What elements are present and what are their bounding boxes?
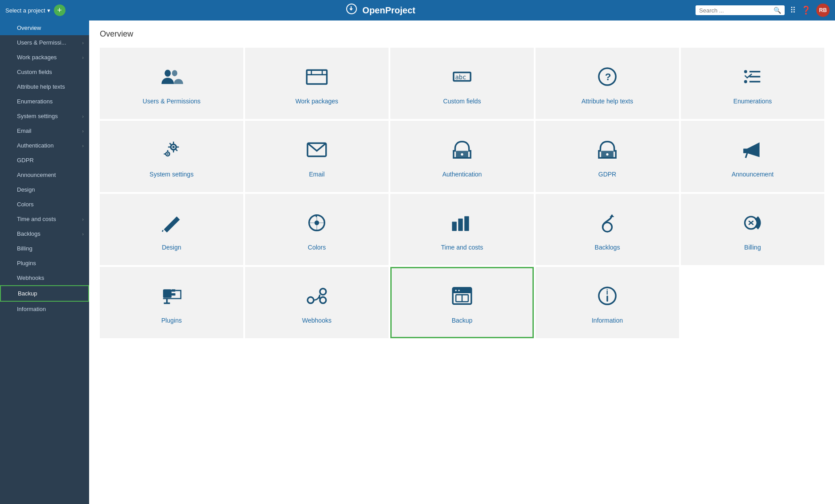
avatar[interactable]: RB	[816, 4, 830, 17]
search-input[interactable]	[699, 7, 771, 14]
tile-billing[interactable]: Billing	[681, 194, 824, 265]
tile-design[interactable]: Design	[100, 194, 243, 265]
svg-point-29	[461, 153, 463, 155]
sidebar-item-announcement[interactable]: Announcement	[0, 168, 89, 182]
authentication-tile-icon	[450, 138, 474, 164]
sidebar-item-colors[interactable]: Colors	[0, 197, 89, 212]
svg-text:?: ?	[605, 71, 611, 82]
help-icon[interactable]: ❓	[801, 5, 811, 15]
search-box[interactable]: 🔍	[696, 5, 785, 15]
svg-point-57	[458, 290, 459, 291]
sidebar-item-email[interactable]: Email ›	[0, 123, 89, 138]
svg-point-1	[172, 70, 177, 76]
sidebar-item-authentication[interactable]: Authentication ›	[0, 138, 89, 153]
main-content: Overview Users & Permissions Work packag…	[89, 20, 835, 504]
svg-line-21	[170, 143, 171, 144]
chevron-down-icon: ▾	[47, 7, 50, 14]
tile-label-billing: Billing	[744, 244, 761, 251]
tile-custom-fields[interactable]: abc Custom fields	[390, 48, 534, 119]
svg-rect-44	[163, 289, 172, 298]
svg-rect-39	[452, 221, 456, 231]
tile-label-backup: Backup	[452, 317, 473, 324]
tile-system-settings[interactable]: System settings	[100, 121, 243, 192]
sidebar-item-label-colors: Colors	[17, 201, 84, 208]
sidebar-item-label-announcement: Announcement	[17, 172, 84, 178]
tile-users[interactable]: Users & Permissions	[100, 48, 243, 119]
tile-label-backlogs: Backlogs	[595, 244, 620, 251]
new-project-button[interactable]: +	[54, 4, 65, 16]
sidebar-arrow-system-settings: ›	[82, 114, 84, 119]
tile-gdpr[interactable]: GDPR	[536, 121, 679, 192]
email-tile-icon	[305, 138, 328, 164]
sidebar-item-attribute-help[interactable]: Attribute help texts	[0, 79, 89, 94]
svg-point-49	[307, 297, 314, 303]
sidebar-item-label-enumerations: Enumerations	[17, 98, 84, 105]
sidebar-item-information[interactable]: Information	[0, 302, 89, 316]
sidebar-item-overview[interactable]: Overview	[0, 20, 89, 35]
sidebar-item-backup[interactable]: Backup	[0, 285, 89, 302]
sidebar-item-system-settings[interactable]: System settings ›	[0, 109, 89, 123]
sidebar-item-webhooks[interactable]: Webhooks	[0, 270, 89, 285]
tile-time-costs[interactable]: Time and costs	[390, 194, 534, 265]
sidebar-arrow-users: ›	[82, 40, 84, 45]
svg-point-37	[315, 220, 319, 225]
project-select[interactable]: Select a project ▾	[5, 7, 50, 14]
logo-icon	[345, 3, 358, 18]
sidebar-item-enumerations[interactable]: Enumerations	[0, 94, 89, 109]
sidebar-item-plugins[interactable]: Plugins	[0, 256, 89, 270]
topbar: Select a project ▾ + OpenProject 🔍 ⠿ ❓ R…	[0, 0, 835, 20]
sidebar-item-time-costs[interactable]: Time and costs ›	[0, 212, 89, 226]
backlogs-tile-icon	[596, 211, 619, 238]
tile-label-announcement: Announcement	[732, 171, 774, 178]
svg-rect-40	[458, 218, 463, 231]
tile-label-time-costs: Time and costs	[441, 244, 483, 251]
svg-point-51	[320, 297, 326, 303]
sidebar-item-label-billing: Billing	[17, 245, 84, 252]
sidebar-item-users[interactable]: Users & Permissi... ›	[0, 35, 89, 50]
tile-label-email: Email	[309, 171, 324, 178]
main-layout: Overview Users & Permissi... › Work pack…	[0, 20, 835, 504]
work-packages-tile-icon	[305, 65, 328, 91]
tile-colors[interactable]: Colors	[245, 194, 389, 265]
tile-webhooks[interactable]: Webhooks	[245, 267, 389, 338]
tile-plugins[interactable]: Plugins	[100, 267, 243, 338]
sidebar-item-design[interactable]: Design	[0, 182, 89, 197]
tile-enumerations[interactable]: Enumerations	[681, 48, 824, 119]
sidebar-item-label-work-packages: Work packages	[17, 54, 78, 61]
tile-authentication[interactable]: Authentication	[390, 121, 534, 192]
tile-label-authentication: Authentication	[442, 171, 482, 178]
billing-tile-icon	[741, 211, 764, 238]
svg-point-0	[164, 70, 171, 77]
page-title: Overview	[100, 29, 824, 39]
search-icon: 🔍	[774, 7, 781, 14]
svg-rect-46	[172, 293, 176, 295]
tile-email[interactable]: Email	[245, 121, 389, 192]
svg-text:i: i	[606, 288, 608, 295]
sidebar-item-gdpr[interactable]: GDPR	[0, 153, 89, 168]
grid-icon[interactable]: ⠿	[790, 5, 796, 15]
tile-work-packages[interactable]: Work packages	[245, 48, 389, 119]
sidebar-item-label-time-costs: Time and costs	[17, 216, 78, 222]
tile-label-enumerations: Enumerations	[733, 98, 772, 105]
sidebar-item-billing[interactable]: Billing	[0, 241, 89, 256]
tile-label-work-packages: Work packages	[295, 98, 338, 105]
tiles-grid: Users & Permissions Work packages abc Cu…	[100, 48, 824, 338]
svg-point-24	[167, 153, 168, 154]
sidebar-item-custom-fields[interactable]: Custom fields	[0, 65, 89, 79]
tile-information[interactable]: i Information	[536, 267, 679, 338]
sidebar-item-label-backup: Backup	[18, 290, 83, 297]
sidebar-item-label-authentication: Authentication	[17, 142, 78, 149]
tile-label-attribute-help: Attribute help texts	[581, 98, 633, 105]
tile-backup[interactable]: Backup	[390, 267, 534, 338]
sidebar-arrow-email: ›	[82, 128, 84, 134]
svg-point-16	[172, 146, 175, 148]
tile-backlogs[interactable]: Backlogs	[536, 194, 679, 265]
sidebar-item-backlogs[interactable]: Backlogs ›	[0, 226, 89, 241]
tile-attribute-help[interactable]: ? Attribute help texts	[536, 48, 679, 119]
sidebar-item-work-packages[interactable]: Work packages ›	[0, 50, 89, 65]
tile-label-information: Information	[592, 317, 623, 324]
svg-line-33	[162, 230, 163, 231]
tile-announcement[interactable]: Announcement	[681, 121, 824, 192]
svg-rect-32	[743, 148, 748, 153]
sidebar-item-label-information: Information	[17, 306, 84, 312]
